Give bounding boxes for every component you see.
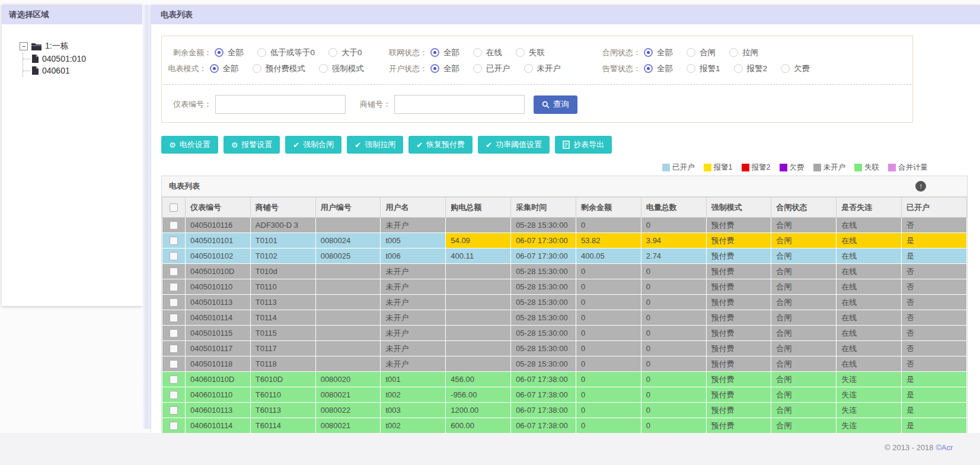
table-cell: 否 (902, 310, 967, 326)
radio-icon[interactable] (729, 48, 738, 57)
collapse-panel-icon[interactable]: ↑ (915, 181, 926, 192)
table-cell: 合闸 (771, 387, 837, 403)
radio-icon[interactable] (516, 48, 525, 57)
action-button[interactable]: ✔强制拉闸 (347, 136, 403, 154)
table-cell: T0115 (250, 326, 315, 341)
search-button[interactable]: 查询 (534, 95, 577, 114)
radio-icon[interactable] (687, 64, 695, 73)
radio-option[interactable]: 全部 (210, 63, 239, 74)
radio-option-label: 在线 (486, 47, 502, 58)
radio-icon[interactable] (473, 48, 482, 57)
radio-option[interactable]: 合闸 (687, 47, 716, 58)
row-checkbox[interactable] (170, 267, 178, 276)
radio-option[interactable]: 全部 (430, 63, 459, 74)
row-checkbox[interactable] (170, 252, 178, 260)
table-cell: 合闸 (771, 418, 837, 434)
radio-option[interactable]: 大于0 (328, 47, 362, 58)
table-cell: 0 (576, 372, 641, 387)
radio-icon[interactable] (473, 64, 482, 73)
table-cell: 合闸 (771, 326, 837, 341)
row-checkbox[interactable] (170, 314, 178, 322)
table-cell: 06-07 17:38:00 (511, 387, 576, 403)
row-checkbox[interactable] (170, 237, 178, 245)
action-button[interactable]: ⚙报警设置 (224, 136, 280, 154)
sidebar-splitter[interactable] (142, 5, 151, 429)
table-cell: 0405010115 (186, 326, 251, 341)
main-content: 剩余金额：全部低于或等于0大于0联网状态：全部在线失联合闸状态：全部合闸拉闸电表… (151, 36, 980, 433)
meter-no-input[interactable] (215, 95, 346, 114)
radio-option[interactable]: 预付费模式 (253, 63, 306, 74)
radio-option[interactable]: 报警2 (734, 63, 768, 74)
row-checkbox[interactable] (170, 298, 178, 307)
radio-option[interactable]: 报警1 (687, 63, 720, 74)
table-cell: 0 (641, 356, 706, 372)
radio-option[interactable]: 失联 (516, 47, 545, 58)
radio-option[interactable]: 欠费 (781, 63, 810, 74)
table-cell: 在线 (837, 264, 902, 279)
table-cell (446, 356, 511, 372)
action-button[interactable]: 抄表导出 (555, 136, 612, 154)
row-select-cell (162, 264, 186, 279)
folder-icon (31, 43, 42, 50)
radio-option[interactable]: 全部 (215, 47, 244, 58)
row-checkbox[interactable] (170, 221, 178, 230)
sidebar-header: 请选择区域 (2, 5, 142, 24)
tree-collapse-icon[interactable]: − (20, 42, 28, 50)
table-cell: 未开户 (381, 326, 446, 341)
radio-icon[interactable] (210, 64, 219, 73)
radio-option[interactable]: 已开户 (473, 63, 510, 74)
row-checkbox[interactable] (170, 406, 178, 415)
row-checkbox[interactable] (170, 360, 178, 368)
search-inputs-row: 仪表编号： 商铺号： 查询 (162, 94, 912, 115)
table-cell (315, 356, 381, 372)
tree-leaf-meter[interactable]: 040601 (23, 65, 142, 77)
main-panel: 电表列表 剩余金额：全部低于或等于0大于0联网状态：全部在线失联合闸状态：全部合… (151, 5, 980, 433)
table-cell: 0080021 (315, 387, 381, 403)
tree-node-building[interactable]: − 1:一栋 (20, 40, 142, 52)
row-checkbox[interactable] (170, 422, 178, 430)
radio-icon[interactable] (328, 48, 337, 57)
row-checkbox[interactable] (170, 375, 178, 384)
radio-icon[interactable] (644, 48, 653, 57)
radio-icon[interactable] (430, 48, 439, 57)
radio-option[interactable]: 未开户 (524, 63, 561, 74)
radio-option[interactable]: 强制模式 (319, 63, 364, 74)
radio-icon[interactable] (430, 64, 439, 73)
radio-option[interactable]: 全部 (430, 47, 459, 58)
row-checkbox[interactable] (170, 283, 178, 291)
row-checkbox[interactable] (170, 345, 178, 353)
radio-icon[interactable] (644, 64, 653, 73)
table-cell (446, 310, 511, 326)
action-button[interactable]: ⚙电价设置 (161, 136, 218, 154)
radio-option[interactable]: 拉闸 (729, 47, 758, 58)
radio-icon[interactable] (734, 64, 743, 73)
filter-group: 电表模式：全部预付费模式强制模式 (162, 63, 378, 74)
select-all-checkbox[interactable] (170, 203, 178, 212)
brand-link[interactable]: ©Acr (936, 443, 953, 452)
radio-option[interactable]: 在线 (473, 47, 502, 58)
radio-option[interactable]: 全部 (644, 63, 673, 74)
radio-icon[interactable] (257, 48, 266, 57)
radio-icon[interactable] (253, 64, 261, 73)
action-button[interactable]: ✔强制合闸 (285, 136, 341, 154)
table-cell: 否 (902, 279, 967, 295)
radio-icon[interactable] (781, 64, 790, 73)
table-cell: 未开户 (381, 310, 446, 326)
legend-swatch (854, 164, 862, 171)
table-cell: 预付费 (706, 310, 771, 326)
action-button[interactable]: ✔恢复预付费 (408, 136, 473, 154)
radio-option-label: 全部 (228, 47, 244, 58)
radio-icon[interactable] (319, 64, 328, 73)
radio-option[interactable]: 低于或等于0 (257, 47, 315, 58)
tree-leaf-meter[interactable]: 040501:010 (23, 53, 142, 65)
radio-icon[interactable] (687, 48, 695, 57)
row-checkbox[interactable] (170, 329, 178, 337)
action-button[interactable]: ✔功率阈值设置 (478, 136, 550, 154)
shop-no-input[interactable] (394, 95, 525, 114)
radio-icon[interactable] (215, 48, 224, 57)
row-checkbox[interactable] (170, 391, 178, 399)
radio-option-label: 报警1 (700, 63, 720, 74)
radio-option[interactable]: 全部 (644, 47, 673, 58)
table-cell: 合闸 (771, 356, 837, 372)
radio-icon[interactable] (524, 64, 533, 73)
